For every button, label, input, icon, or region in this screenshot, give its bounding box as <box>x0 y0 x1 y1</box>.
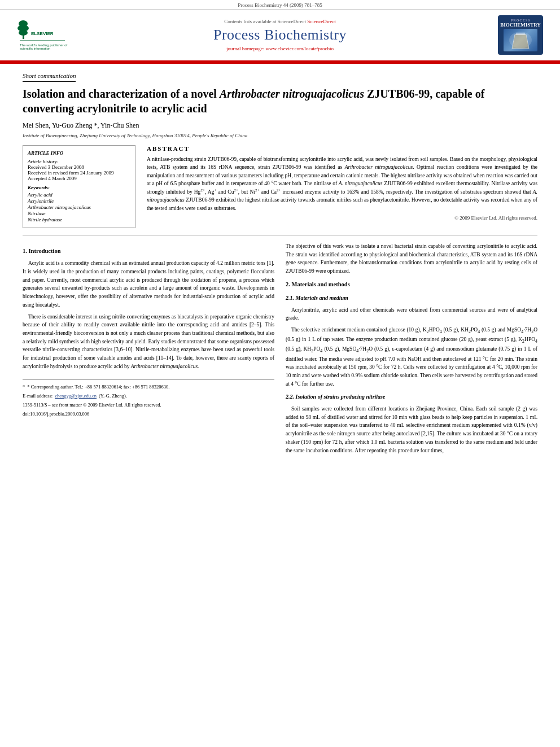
journal-header-center: Contents lists available at ScienceDirec… <box>79 19 481 51</box>
article-info-title: ARTICLE INFO <box>28 150 130 156</box>
logo-image-decoration <box>504 29 537 51</box>
elsevier-logo-icon: ELSEVIER The world's leading publisher o… <box>17 19 68 50</box>
process-biochemistry-logo: PROCESS BIOCHEMISTRY <box>498 15 543 55</box>
article-info-column: ARTICLE INFO Article history: Received 3… <box>23 145 135 228</box>
copyright-line: © 2009 Elsevier Ltd. All rights reserved… <box>147 215 537 221</box>
footnote-issn: 1359-5113/$ – see front matter © 2009 El… <box>23 401 274 409</box>
footnote-star: * <box>23 383 25 391</box>
revised-date: Received in revised form 24 January 2009 <box>28 170 130 176</box>
abstract-title: ABSTRACT <box>147 145 537 152</box>
journal-logo-area: PROCESS BIOCHEMISTRY <box>481 15 543 55</box>
article-info-box: ARTICLE INFO Article history: Received 3… <box>23 145 135 228</box>
svg-text:ELSEVIER: ELSEVIER <box>31 31 54 36</box>
title-italic: Arthrobacter nitroguajacolicus <box>220 88 364 100</box>
keyword-2: Acrylonitrile <box>28 198 130 204</box>
section-divider <box>23 235 537 235</box>
received-date: Received 3 December 2008 <box>28 164 130 170</box>
materials-para-1: Acrylonitrile, acrylic acid and other ch… <box>286 306 537 322</box>
materials-heading: 2. Materials and methods <box>286 280 537 289</box>
keywords-title: Keywords: <box>28 185 130 190</box>
footnote-corresponding-text: * Corresponding author. Tel.: +86 571 88… <box>27 383 169 391</box>
svg-rect-10 <box>516 33 525 35</box>
doi-line: doi:10.1016/j.procbio.2009.03.006 <box>23 410 89 418</box>
journal-title: Process Biochemistry <box>79 27 481 43</box>
elsevier-logo-area: ELSEVIER The world's leading publisher o… <box>17 19 79 51</box>
article-history-section: Article history: Received 3 December 200… <box>28 159 130 181</box>
main-content: Short communication Isolation and charac… <box>0 64 560 469</box>
accepted-date: Accepted 4 March 2009 <box>28 176 130 181</box>
affiliation: Institute of Bioengineering, Zhejiang Un… <box>23 133 537 138</box>
abstract-text: A nitrilase-producing strain ZJUTB06-99,… <box>147 155 537 212</box>
intro-heading: 1. Introduction <box>23 247 274 256</box>
svg-point-4 <box>19 30 28 36</box>
footnote-doi: doi:10.1016/j.procbio.2009.03.006 <box>23 410 274 418</box>
materials-sub-heading-1: 2.1. Materials and medium <box>286 294 537 303</box>
article-info-abstract-row: ARTICLE INFO Article history: Received 3… <box>23 145 537 228</box>
email-suffix: (Y.-G. Zheng). <box>99 392 127 400</box>
footnote-email: E-mail address: zhengyg@zjut.edu.cn (Y.-… <box>23 392 274 400</box>
footnote-corresponding: * * Corresponding author. Tel.: +86 571 … <box>23 383 274 391</box>
article-footer: * * Corresponding author. Tel.: +86 571 … <box>23 379 274 418</box>
journal-citation: Process Biochemistry 44 (2009) 781–785 <box>238 2 322 8</box>
materials-para-2: The selective enrichment medium containe… <box>286 326 537 388</box>
isolation-para: Soil samples were collected from differe… <box>286 405 537 455</box>
objective-para: The objective of this work was to isolat… <box>286 242 537 276</box>
isolation-sub-heading: 2.2. Isolation of strains producing nitr… <box>286 392 537 401</box>
sciencedirect-link[interactable]: ScienceDirect <box>307 19 335 24</box>
keyword-4: Nitrilase <box>28 211 130 216</box>
issn-line: 1359-5113/$ – see front matter © 2009 El… <box>23 401 161 409</box>
journal-homepage: journal homepage: www.elsevier.com/locat… <box>79 46 481 51</box>
body-col-right: The objective of this work was to isolat… <box>286 242 537 458</box>
page-wrapper: Process Biochemistry 44 (2009) 781–785 E… <box>0 0 560 469</box>
amount-text: amount <box>176 285 192 291</box>
journal-header: ELSEVIER The world's leading publisher o… <box>0 10 560 62</box>
body-text-area: 1. Introduction Acrylic acid is a commod… <box>23 242 537 458</box>
authors: Mei Shen, Yu-Guo Zheng *, Yin-Chu Shen <box>23 121 537 130</box>
history-label: Article history: <box>28 159 130 164</box>
body-col-left: 1. Introduction Acrylic acid is a commod… <box>23 242 274 458</box>
sciencedirect-line: Contents lists available at ScienceDirec… <box>79 19 481 24</box>
intro-para-2: There is considerable interest in using … <box>23 313 274 371</box>
article-type: Short communication <box>23 72 76 82</box>
email-address[interactable]: zhengyg@zjut.edu.cn <box>55 392 97 400</box>
logo-main-text: BIOCHEMISTRY <box>500 22 541 28</box>
top-bar: Process Biochemistry 44 (2009) 781–785 <box>0 0 560 10</box>
abstract-column: ABSTRACT A nitrilase-producing strain ZJ… <box>147 145 537 228</box>
intro-para-1: Acrylic acid is a commodity chemical wit… <box>23 259 274 309</box>
keyword-1: Acrylic acid <box>28 192 130 198</box>
keyword-5: Nitrile hydratase <box>28 217 130 222</box>
article-title: Isolation and characterization of a nove… <box>23 86 537 116</box>
keyword-3: Arthrobacter nitroguajacolicus <box>28 204 130 210</box>
svg-text:scientific information: scientific information <box>20 47 50 50</box>
email-label: E-mail address: <box>23 392 53 400</box>
